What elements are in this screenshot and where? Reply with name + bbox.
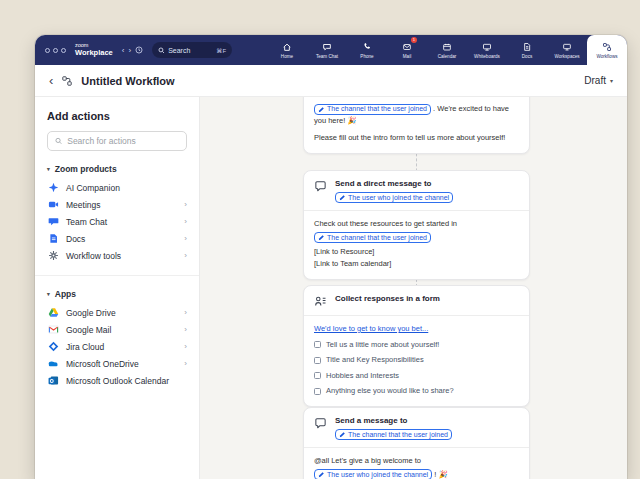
- action-search[interactable]: [47, 131, 187, 151]
- card-header: Collect responses in a form: [304, 286, 529, 315]
- chat-bubble-icon: [314, 180, 327, 193]
- variable-chip-user[interactable]: The user who joined the channel: [314, 469, 432, 479]
- sidebar-item-google-drive[interactable]: Google Drive ›: [47, 304, 187, 321]
- ai-companion-icon: [47, 182, 59, 194]
- gear-icon: [47, 250, 59, 262]
- action-search-input[interactable]: [67, 136, 179, 146]
- mail-unread-badge: 1: [411, 37, 417, 43]
- nav-item-team-chat[interactable]: Team Chat: [307, 35, 347, 65]
- nav-item-phone[interactable]: Phone: [347, 35, 387, 65]
- nav-item-home[interactable]: Home: [267, 35, 307, 65]
- chevron-right-icon: ›: [184, 234, 187, 243]
- team-chat-icon: [47, 216, 59, 228]
- docs-icon: [522, 42, 532, 53]
- window-controls[interactable]: [45, 48, 66, 53]
- chevron-right-icon: ›: [184, 342, 187, 351]
- back-button[interactable]: ‹: [49, 74, 53, 87]
- sidebar-item-label: Google Mail: [66, 325, 111, 335]
- draft-status-dropdown[interactable]: Draft ▾: [584, 75, 613, 86]
- pencil-icon: [318, 471, 325, 478]
- sidebar-item-workflow-tools[interactable]: Workflow tools ›: [47, 247, 187, 264]
- logo-workplace-text: Workplace: [75, 49, 113, 57]
- form-field-label: Anything else you would like to share?: [326, 385, 454, 397]
- nav-item-calendar[interactable]: Calendar: [427, 35, 467, 65]
- chevron-right-icon: ›: [184, 251, 187, 260]
- workflow-card-collect-responses[interactable]: Collect responses in a form We'd love to…: [303, 285, 530, 407]
- card-text: ! 🎉: [434, 470, 448, 479]
- workflow-card-send-direct-message[interactable]: Send a direct message to The user who jo…: [303, 170, 530, 280]
- sidebar-item-docs[interactable]: Docs ›: [47, 230, 187, 247]
- variable-chip-channel[interactable]: The channel that the user joined: [335, 429, 452, 440]
- workspaces-icon: [562, 42, 572, 53]
- card-body: Check out these resources to get started…: [304, 211, 529, 279]
- section-zoom-products[interactable]: ▾ Zoom products: [47, 164, 187, 174]
- chip-label: The channel that the user joined: [348, 431, 448, 438]
- card-text-line: [Link to Resource]: [314, 246, 519, 258]
- nav-item-workflows[interactable]: Workflows: [587, 35, 627, 65]
- sidebar-item-team-chat[interactable]: Team Chat ›: [47, 213, 187, 230]
- form-field-label: Title and Key Responsibilities: [326, 354, 424, 366]
- search-icon: [158, 47, 165, 54]
- card-title: Send a message to: [335, 416, 407, 426]
- global-search-input[interactable]: Search ⌘F: [152, 42, 232, 58]
- history-controls[interactable]: ‹ ›: [122, 46, 143, 55]
- workflow-title: Untitled Workflow: [81, 75, 174, 87]
- nav-label: Mail: [403, 54, 411, 59]
- workflows-icon: [602, 42, 612, 53]
- sidebar-item-label: Docs: [66, 234, 85, 244]
- nav-item-workspaces[interactable]: Workspaces: [547, 35, 587, 65]
- card-body: We'd love to get to know you bet... Tell…: [304, 316, 529, 406]
- clock-icon[interactable]: [135, 46, 143, 54]
- pencil-icon: [318, 106, 325, 113]
- chevron-down-icon: ▾: [47, 166, 50, 172]
- sidebar-item-label: Jira Cloud: [66, 342, 104, 352]
- window-close-button[interactable]: [45, 48, 50, 53]
- sidebar-item-microsoft-onedrive[interactable]: Microsoft OneDrive ›: [47, 355, 187, 372]
- nav-item-mail[interactable]: 1 Mail: [387, 35, 427, 65]
- workflow-card-send-welcome[interactable]: The channel that the user joined . We're…: [303, 97, 530, 154]
- sidebar-item-jira-cloud[interactable]: Jira Cloud ›: [47, 338, 187, 355]
- card-text-line: The channel that the user joined: [314, 232, 519, 244]
- nav-label: Home: [281, 54, 293, 59]
- form-field-icon: [314, 388, 321, 395]
- card-text-line: @all Let's give a big welcome to: [314, 455, 519, 467]
- docs-icon: [47, 233, 59, 245]
- calendar-icon: [442, 42, 452, 53]
- sidebar-item-microsoft-outlook-calendar[interactable]: Microsoft Outlook Calendar: [47, 372, 187, 389]
- back-icon[interactable]: ‹: [122, 46, 125, 55]
- search-icon: [55, 137, 62, 145]
- sidebar-item-google-mail[interactable]: Google Mail ›: [47, 321, 187, 338]
- window-zoom-button[interactable]: [61, 48, 66, 53]
- form-title-link[interactable]: We'd love to get to know you bet...: [314, 324, 428, 333]
- main-area: Add actions ▾ Zoom products AI Companion…: [35, 97, 627, 479]
- workflow-card-send-message[interactable]: Send a message to The channel that the u…: [303, 407, 530, 479]
- form-field-row: Tell us a little more about yourself!: [314, 339, 519, 351]
- form-field-icon: [314, 357, 321, 364]
- nav-label: Workspaces: [554, 54, 579, 59]
- form-field-row: Title and Key Responsibilities: [314, 354, 519, 366]
- variable-chip-channel[interactable]: The channel that the user joined: [314, 232, 431, 243]
- workflow-canvas[interactable]: The channel that the user joined . We're…: [200, 97, 627, 479]
- form-field-label: Hobbies and Interests: [326, 370, 399, 382]
- app-window: zoom Workplace ‹ › Search ⌘F Home Team C…: [35, 35, 627, 479]
- form-field-row: Hobbies and Interests: [314, 370, 519, 382]
- workflow-toolbar: ‹ Untitled Workflow Draft ▾: [35, 65, 627, 97]
- section-label: Zoom products: [55, 164, 117, 174]
- pencil-icon: [318, 234, 325, 241]
- chat-bubble-icon: [314, 417, 327, 430]
- jira-icon: [47, 341, 59, 353]
- window-minimize-button[interactable]: [53, 48, 58, 53]
- variable-chip-user[interactable]: The user who joined the channel: [335, 192, 453, 203]
- nav-label: Phone: [360, 54, 373, 59]
- zoom-workplace-logo: zoom Workplace: [75, 43, 113, 57]
- chevron-right-icon: ›: [184, 325, 187, 334]
- sidebar-item-ai-companion[interactable]: AI Companion: [47, 179, 187, 196]
- nav-item-docs[interactable]: Docs: [507, 35, 547, 65]
- sidebar-item-meetings[interactable]: Meetings ›: [47, 196, 187, 213]
- section-apps[interactable]: ▾ Apps: [47, 289, 187, 299]
- variable-chip-channel[interactable]: The channel that the user joined: [314, 104, 431, 115]
- phone-icon: [362, 42, 372, 53]
- nav-item-whiteboards[interactable]: Whiteboards: [467, 35, 507, 65]
- forward-icon[interactable]: ›: [128, 46, 131, 55]
- card-text-line: The user who joined the channel ! 🎉: [314, 469, 519, 479]
